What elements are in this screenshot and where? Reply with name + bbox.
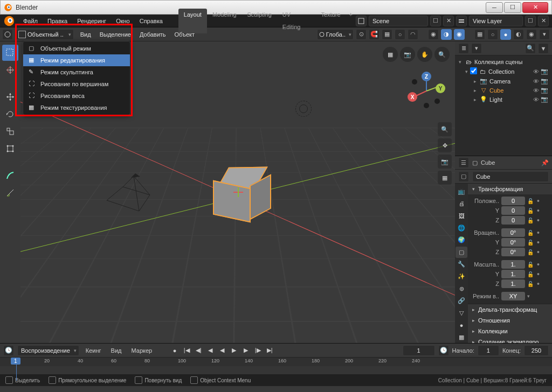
lock-icon[interactable]: 🔓 xyxy=(527,271,535,277)
tool-move[interactable] xyxy=(2,89,18,105)
tool-scale[interactable] xyxy=(2,123,18,139)
ortho-toggle-icon[interactable]: ▦ xyxy=(438,171,452,185)
playhead[interactable]: 1 xyxy=(11,358,20,381)
shading-wireframe-icon[interactable]: ○ xyxy=(487,29,498,40)
visibility-toggle-icon[interactable]: 👁 xyxy=(532,78,540,85)
lock-icon[interactable]: 🔓 xyxy=(527,249,535,255)
lock-icon[interactable]: 🔓 xyxy=(527,262,535,268)
viewlayer-delete-icon[interactable]: ✕ xyxy=(538,16,549,26)
tab-scene-icon[interactable]: 🌐 xyxy=(456,222,467,234)
transform-orient-dropdown[interactable]: Глоба.. ▾ xyxy=(317,29,354,40)
scene-browse-icon[interactable] xyxy=(356,16,367,26)
view-camera-icon[interactable]: ▦ xyxy=(383,47,398,62)
panel-collections[interactable]: Коллекции xyxy=(468,326,552,337)
scale-x-field[interactable]: 1. xyxy=(501,260,525,269)
visibility-toggle-icon[interactable]: 👁 xyxy=(532,68,540,75)
tool-transform[interactable] xyxy=(2,141,18,157)
lock-icon[interactable]: 🔓 xyxy=(527,240,535,246)
proportional-type-icon[interactable]: ◠ xyxy=(408,29,418,40)
camera-view-icon[interactable]: 📷 xyxy=(438,155,452,169)
jump-start-icon[interactable]: |◀ xyxy=(181,345,192,356)
mode-vertexpaint[interactable]: ⛶Рисование по вершинам xyxy=(23,78,130,90)
tool-measure[interactable] xyxy=(2,185,18,201)
nav-gizmo[interactable]: Z Y X xyxy=(408,72,445,109)
tab-world-icon[interactable]: 🌍 xyxy=(456,234,467,246)
viewlayer-new-icon[interactable]: ☐ xyxy=(525,16,536,26)
mode-weightpaint[interactable]: ⛶Рисование веса xyxy=(23,90,130,102)
outliner-item-cube[interactable]: ▸ ▽ Cube 👁 📷 xyxy=(456,86,551,95)
tab-constraints-icon[interactable]: 🔗 xyxy=(456,295,467,307)
menu-edit[interactable]: Правка xyxy=(43,15,72,27)
lock-icon[interactable]: 🔓 xyxy=(527,198,535,204)
light-object[interactable] xyxy=(295,101,312,117)
maximize-button[interactable]: ☐ xyxy=(504,2,521,13)
tab-modifiers-icon[interactable]: 🔧 xyxy=(456,258,467,270)
minimize-button[interactable]: ─ xyxy=(486,2,503,13)
menu-help[interactable]: Справка xyxy=(135,15,168,27)
lock-icon[interactable]: 🔓 xyxy=(527,230,535,236)
end-frame-field[interactable]: 250 xyxy=(524,345,549,356)
snap-icon[interactable]: 🧲 xyxy=(369,29,380,40)
timeline-track[interactable]: 020406080100120140160180200220240 1 xyxy=(0,358,552,374)
render-toggle-icon[interactable]: 📷 xyxy=(540,96,549,103)
xray-icon[interactable]: ▦ xyxy=(474,29,485,40)
outliner-item-camera[interactable]: ▸ 📷 Camera 👁 📷 xyxy=(456,76,551,86)
loc-y-field[interactable]: 0 xyxy=(501,206,525,215)
editor-type-icon[interactable] xyxy=(2,29,13,40)
mode-object[interactable]: ▢Объектный режим xyxy=(23,43,130,54)
shading-matprev-icon[interactable]: ◐ xyxy=(513,29,524,40)
mode-sculpt[interactable]: ✎Режим скульптинга xyxy=(23,66,130,78)
close-button[interactable]: ✕ xyxy=(522,2,548,13)
pivot-icon[interactable]: ⊙ xyxy=(356,29,367,40)
tab-sculpting[interactable]: Sculpting xyxy=(242,9,277,33)
vp-menu-view[interactable]: Вид xyxy=(76,27,95,41)
pan-icon[interactable]: ✥ xyxy=(438,138,452,152)
zoom-in-icon[interactable]: 🔍 xyxy=(438,122,452,136)
viewlayer-field[interactable]: View Layer xyxy=(469,16,523,26)
loc-x-field[interactable]: 0 xyxy=(501,197,525,205)
overlay-toggle-icon[interactable]: ◉ xyxy=(454,29,465,40)
view-zoom-icon[interactable]: 🔍 xyxy=(434,47,450,62)
scale-z-field[interactable]: 1. xyxy=(501,279,525,288)
menu-window[interactable]: Окно xyxy=(111,15,135,27)
timeline-keying[interactable]: Кеинг xyxy=(82,347,105,354)
tab-object-icon[interactable]: ▢ xyxy=(456,247,467,258)
tab-render-icon[interactable]: 📺 xyxy=(456,186,467,198)
view-perspective-icon[interactable]: 📷 xyxy=(400,47,415,62)
outliner-item-light[interactable]: ▸ 💡 Light 👁 📷 xyxy=(456,95,551,104)
mode-edit[interactable]: ▦Режим редактирования xyxy=(23,54,130,66)
loc-z-field[interactable]: 0 xyxy=(501,216,525,225)
lock-icon[interactable]: 🔓 xyxy=(527,218,535,223)
tool-cursor[interactable] xyxy=(2,62,18,78)
tool-annotate[interactable] xyxy=(2,167,18,184)
vp-menu-object[interactable]: Объект xyxy=(170,27,199,41)
vp-menu-select[interactable]: Выделение xyxy=(95,27,135,41)
collection-checkbox[interactable] xyxy=(470,67,477,74)
play-reverse-icon[interactable]: ◀ xyxy=(217,345,227,356)
rot-z-field[interactable]: 0° xyxy=(501,248,525,256)
lock-icon[interactable]: 🔓 xyxy=(527,208,535,214)
datablock-icon[interactable]: ▢ xyxy=(458,171,469,182)
tab-physics-icon[interactable]: ⊚ xyxy=(456,283,467,295)
frame-prev-icon[interactable]: ◀ xyxy=(205,345,216,356)
gizmo-visibility-icon[interactable]: ◉ xyxy=(428,29,439,40)
lock-icon[interactable]: 🔓 xyxy=(527,281,535,287)
rot-y-field[interactable]: 0° xyxy=(501,238,525,247)
rot-mode-dropdown[interactable]: XY xyxy=(501,292,525,300)
tab-particles-icon[interactable]: ✨ xyxy=(456,271,467,283)
viewlayer-browse-icon[interactable] xyxy=(456,16,467,26)
view-pan-icon[interactable]: ✋ xyxy=(417,47,432,62)
outliner-display-mode-icon[interactable]: ▾ xyxy=(471,43,482,54)
tool-rotate[interactable] xyxy=(2,106,18,122)
visibility-toggle-icon[interactable]: 👁 xyxy=(532,96,540,103)
mode-texturepaint[interactable]: ▩Режим текстурирования xyxy=(23,102,130,114)
menu-render[interactable]: Рендеринг xyxy=(72,15,111,27)
timeline-view[interactable]: Вид xyxy=(108,347,125,354)
scale-y-field[interactable]: 1. xyxy=(501,270,525,278)
preview-range-icon[interactable]: 🕓 xyxy=(438,345,449,356)
shading-options-icon[interactable]: ▾ xyxy=(539,29,550,40)
tab-modeling[interactable]: Modeling xyxy=(207,9,242,33)
visibility-toggle-icon[interactable]: 👁 xyxy=(532,87,540,94)
vp-menu-add[interactable]: Добавить xyxy=(135,27,170,41)
proportional-icon[interactable]: ○ xyxy=(395,29,405,40)
